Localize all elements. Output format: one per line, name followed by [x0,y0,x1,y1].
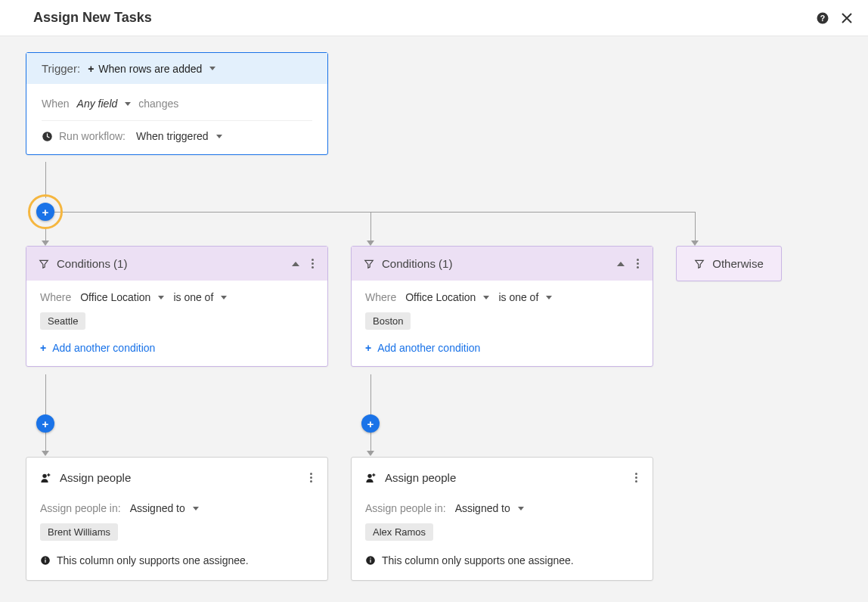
assign-title: Assign people [60,471,131,484]
chevron-down-icon [221,296,227,299]
otherwise-label: Otherwise [712,257,764,270]
connector [45,374,46,452]
chevron-down-icon [518,507,524,510]
run-schedule-text: When triggered [136,130,209,142]
assign-column-dropdown[interactable]: Assigned to [455,502,524,514]
assign-title-group: Assign people [40,471,131,484]
assign-header: Assign people [365,471,639,484]
connector [47,212,696,213]
add-step-button[interactable]: + [36,203,54,221]
filter-icon [694,259,705,269]
svg-point-3 [42,473,46,477]
run-schedule-dropdown[interactable]: When triggered [136,130,222,142]
run-workflow-label: Run workflow: [59,130,126,142]
condition-value-tag[interactable]: Seattle [40,312,85,330]
condition-rule-row: Where Office Location is one of [40,291,314,303]
assign-header: Assign people [40,471,314,484]
connector [370,374,371,452]
connector [45,227,46,242]
assign-info-row: This column only supports one assignee. [365,554,639,566]
svg-rect-5 [45,560,45,563]
plus-icon: + [40,342,46,354]
chevron-down-icon [209,67,215,70]
page-header: Assign New Tasks ? [0,0,868,36]
trigger-field-dropdown[interactable]: Any field [77,98,132,110]
close-icon[interactable] [839,11,854,26]
connector [695,212,696,242]
assign-column-row: Assign people in: Assigned to [40,502,314,514]
assign-title: Assign people [385,471,456,484]
assign-column-dropdown[interactable]: Assigned to [130,502,199,514]
condition-header-actions [617,257,640,270]
condition-operator-dropdown[interactable]: is one of [173,291,227,303]
chevron-up-icon[interactable] [292,262,299,266]
assign-title-group: Assign people [365,471,456,484]
svg-rect-10 [370,558,370,559]
chevron-down-icon [193,507,199,510]
add-condition-label: Add another condition [377,342,480,354]
assign-people-icon [365,472,377,484]
condition-body: Where Office Location is one of Boston +… [352,281,653,366]
condition-field-text: Office Location [405,291,476,303]
trigger-type-dropdown[interactable]: + When rows are added [88,63,215,75]
condition-field-dropdown[interactable]: Office Location [405,291,489,303]
trigger-type-text: When rows are added [98,63,202,75]
assign-card-2: Assign people Assign people in: Assigned… [351,457,653,581]
condition-title: Conditions (1) [382,257,452,270]
assign-people-icon [40,472,52,484]
assignee-tag[interactable]: Brent Williams [40,523,118,541]
chevron-down-icon [483,296,489,299]
assign-info-text: This column only supports one assignee. [382,554,574,566]
arrow-down-icon [42,240,49,246]
connector [370,212,371,242]
arrow-down-icon [691,240,699,246]
header-actions: ? [815,11,854,26]
svg-rect-6 [45,558,45,559]
where-label: Where [40,291,71,303]
more-menu-icon[interactable] [310,257,315,270]
chevron-up-icon[interactable] [617,262,625,266]
condition-value-tag[interactable]: Boston [365,312,411,330]
assign-column-row: Assign people in: Assigned to [365,502,639,514]
condition-operator-dropdown[interactable]: is one of [498,291,552,303]
assign-column-text: Assigned to [130,502,185,514]
condition-card-1: Conditions (1) Where Office Location is … [26,246,328,367]
trigger-field-text: Any field [77,98,118,110]
more-menu-icon[interactable] [308,471,314,484]
run-workflow-row: Run workflow: When triggered [42,120,312,150]
trigger-when-row: When Any field changes [42,95,312,113]
add-condition-label: Add another condition [52,342,155,354]
trigger-card: Trigger: + When rows are added When Any … [26,52,328,155]
condition-title-group: Conditions (1) [39,257,127,270]
condition-field-dropdown[interactable]: Office Location [80,291,164,303]
arrow-down-icon [367,240,374,246]
condition-card-2: Conditions (1) Where Office Location is … [351,246,653,367]
more-menu-icon[interactable] [635,257,640,270]
clock-icon [42,131,53,142]
condition-title: Conditions (1) [57,257,127,270]
connector [45,162,46,198]
chevron-down-icon [546,296,552,299]
trigger-header: Trigger: + When rows are added [26,53,327,84]
otherwise-card[interactable]: Otherwise [676,246,782,281]
svg-rect-9 [370,560,370,563]
info-icon [40,555,51,566]
filter-icon [364,259,374,269]
condition-header: Conditions (1) [352,247,653,281]
more-menu-icon[interactable] [634,471,639,484]
add-step-button[interactable]: + [361,414,380,433]
add-step-button[interactable]: + [36,414,54,433]
trigger-body: When Any field changes Run workflow: Whe… [26,84,327,154]
plus-icon: + [88,63,94,75]
when-label: When [42,98,70,110]
assign-info-text: This column only supports one assignee. [57,554,249,566]
condition-operator-text: is one of [173,291,213,303]
where-label: Where [365,291,396,303]
chevron-down-icon [125,102,131,106]
add-another-condition-button[interactable]: + Add another condition [40,342,314,354]
condition-rule-row: Where Office Location is one of [365,291,639,303]
assignee-tag[interactable]: Alex Ramos [365,523,433,541]
assign-card-1: Assign people Assign people in: Assigned… [26,457,328,581]
add-another-condition-button[interactable]: + Add another condition [365,342,639,354]
help-icon[interactable]: ? [815,11,830,26]
